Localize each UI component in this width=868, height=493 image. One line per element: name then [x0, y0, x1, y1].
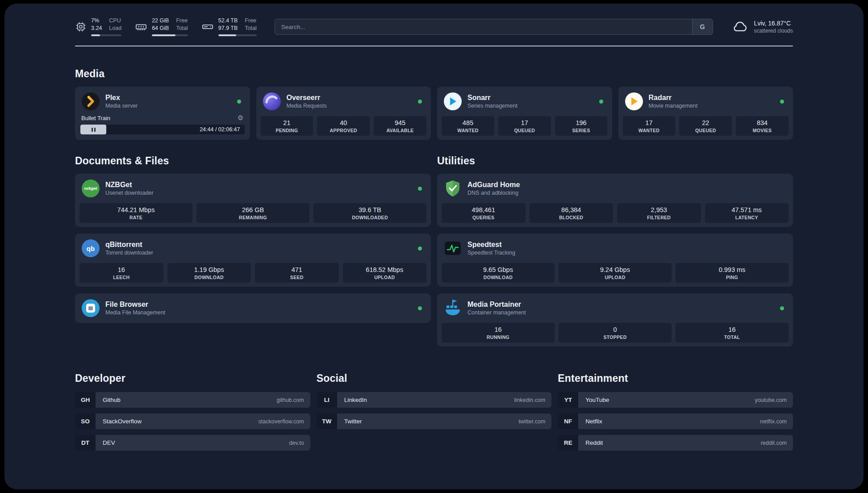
service-card-radarr[interactable]: Radarr Movie management 17 WANTED 22 QUE…	[618, 87, 793, 140]
service-card-portainer[interactable]: Media Portainer Container management 16 …	[437, 293, 793, 347]
speedtest-icon	[443, 239, 462, 258]
service-card-sonarr[interactable]: Sonarr Series management 485 WANTED 17 Q…	[437, 87, 612, 140]
cpu-usage-bar	[91, 34, 121, 36]
stat-queued: 17 QUEUED	[498, 116, 551, 136]
gear-icon[interactable]: ⚙	[238, 115, 243, 121]
status-dot	[780, 100, 784, 104]
stat-upload: 618.52 Mbps UPLOAD	[343, 263, 427, 283]
bookmark-abbr: GH	[75, 392, 96, 408]
bookmark-stackoverflow[interactable]: SO StackOverflow stackoverflow.com	[75, 414, 310, 429]
stat-ping: 0.993 ms PING	[676, 263, 789, 283]
sonarr-icon	[443, 92, 462, 111]
bookmark-url: linkedin.com	[514, 397, 545, 403]
qbittorrent-icon: qb	[81, 239, 100, 258]
service-subtitle: Media server	[105, 103, 138, 109]
stat-value: 471	[257, 266, 337, 273]
service-card-plex[interactable]: Plex Media server Bullet Train ⚙ 24:44 /…	[75, 87, 250, 140]
bookmark-reddit[interactable]: RE Reddit reddit.com	[558, 435, 793, 451]
section-utilities: Utilities AdGuard Home	[437, 154, 793, 347]
service-subtitle: Usenet downloader	[105, 190, 154, 196]
stat-value: 9.65 Gbps	[443, 266, 553, 273]
bookmark-abbr: YT	[558, 392, 578, 408]
stat-rate: 744.21 Mbps RATE	[79, 203, 192, 223]
status-dot	[418, 246, 422, 251]
service-card-filebrowser[interactable]: File Browser Media File Management	[75, 293, 431, 323]
media-card-grid: Plex Media server Bullet Train ⚙ 24:44 /…	[75, 87, 793, 140]
stat-label: SEED	[257, 275, 337, 280]
dashboard-page: 7% CPU 3.24 Load 22 GiB Fre	[4, 4, 864, 489]
stat-remaining: 266 GB REMAINING	[196, 203, 309, 223]
stat-value: 744.21 Mbps	[81, 206, 191, 213]
disk-total-value: 97.9 TB	[218, 25, 238, 32]
overseerr-icon	[263, 92, 281, 111]
service-card-speedtest[interactable]: Speedtest Speedtest Tracking 9.65 Gbps D…	[437, 234, 793, 287]
service-card-adguard[interactable]: AdGuard Home DNS and adblocking 498,461 …	[437, 174, 793, 227]
stat-value: 40	[319, 119, 368, 126]
service-card-nzbget[interactable]: nzbget NZBGet Usenet downloader 744.21 M…	[75, 174, 431, 227]
bookmark-linkedin[interactable]: LI LinkedIn linkedin.com	[317, 392, 552, 408]
bookmark-abbr: LI	[317, 392, 337, 408]
weather-condition: scattered clouds	[754, 28, 793, 34]
service-title: NZBGet	[105, 181, 154, 189]
cpu-load-value: 3.24	[91, 25, 102, 32]
service-title: qBittorrent	[105, 241, 153, 249]
bookmark-url: twitter.com	[519, 418, 546, 425]
memory-total-label: Total	[176, 25, 188, 32]
stat-label: UPLOAD	[560, 275, 670, 280]
bookmark-abbr: RE	[558, 435, 578, 451]
stat-wanted: 17 WANTED	[623, 116, 676, 136]
stat-value: 22	[681, 119, 730, 126]
search-input[interactable]	[275, 19, 692, 34]
stat-label: LEECH	[81, 275, 162, 280]
bookmark-twitter[interactable]: TW Twitter twitter.com	[317, 414, 552, 429]
stat-total: 16 TOTAL	[676, 323, 789, 343]
stat-value: 485	[443, 119, 492, 126]
pause-button[interactable]	[80, 125, 106, 134]
stat-label: QUERIES	[443, 215, 524, 220]
stat-leech: 16 LEECH	[79, 263, 163, 283]
service-card-qbittorrent[interactable]: qb qBittorrent Torrent downloader 16 LEE…	[75, 234, 431, 287]
memory-widget: 22 GiB Free 64 GiB Total	[135, 17, 188, 36]
service-subtitle: DNS and adblocking	[467, 190, 520, 196]
status-dot	[237, 100, 241, 104]
bookmark-url: youtube.com	[755, 397, 787, 403]
stat-label: PENDING	[263, 128, 312, 133]
search-provider-button[interactable]: G	[692, 19, 713, 34]
bookmark-url: reddit.com	[761, 440, 787, 446]
stat-value: 16	[443, 326, 553, 333]
service-title: Plex	[105, 94, 138, 102]
now-playing-title: Bullet Train	[81, 115, 110, 121]
weather-widget[interactable]: Lviv, 16.87°C scattered clouds	[731, 17, 793, 37]
bookmark-youtube[interactable]: YT YouTube youtube.com	[558, 392, 793, 408]
bookmark-abbr: TW	[317, 414, 337, 429]
disk-icon	[201, 21, 214, 33]
stat-value: 0.993 ms	[677, 266, 787, 273]
stat-latency: 47.571 ms LATENCY	[705, 203, 789, 223]
stat-value: 834	[738, 119, 787, 126]
stat-label: AVAILABLE	[376, 128, 425, 133]
bookmark-netflix[interactable]: NF Netflix netflix.com	[558, 414, 793, 429]
disk-free-label: Free	[245, 17, 256, 25]
stat-label: APPROVED	[319, 128, 368, 133]
bookmark-dev[interactable]: DT DEV dev.to	[75, 435, 310, 451]
stat-label: MOVIES	[738, 128, 787, 133]
service-subtitle: Series management	[467, 103, 517, 109]
playback-bar[interactable]: 24:44 / 02:06:47	[80, 125, 245, 134]
stat-label: TOTAL	[677, 334, 787, 340]
bookmark-abbr: DT	[75, 435, 96, 451]
bookmark-name: Github	[103, 397, 121, 403]
stat-value: 498,461	[443, 206, 524, 213]
stat-value: 266 GB	[198, 206, 308, 213]
stat-value: 16	[81, 266, 162, 273]
bookmark-url: netflix.com	[760, 418, 787, 425]
service-title: Speedtest	[467, 241, 515, 249]
cloud-icon	[731, 17, 749, 37]
stat-value: 86,384	[531, 206, 612, 213]
bookmark-github[interactable]: GH Github github.com	[75, 392, 310, 408]
stat-label: DOWNLOAD	[169, 275, 250, 280]
stat-queued: 22 QUEUED	[679, 116, 732, 136]
service-subtitle: Media Requests	[287, 103, 327, 109]
service-card-overseerr[interactable]: Overseerr Media Requests 21 PENDING 40 A…	[256, 87, 431, 140]
stat-filtered: 2,953 FILTERED	[617, 203, 701, 223]
bookmark-abbr: NF	[558, 414, 578, 429]
